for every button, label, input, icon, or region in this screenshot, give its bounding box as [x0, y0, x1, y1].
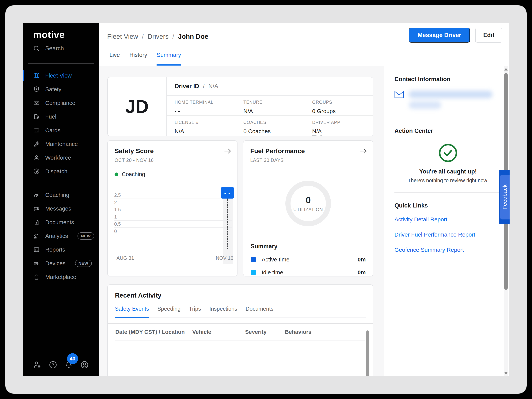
sidebar-divider-top [28, 63, 94, 64]
field-groups: GROUPS 0 Groups [304, 95, 373, 116]
active-time-value: 0m [358, 256, 366, 263]
shield-icon [33, 86, 40, 93]
contact-information-title: Contact Information [394, 76, 502, 83]
table-scrollbar-thumb[interactable] [366, 330, 369, 376]
help-icon [49, 361, 57, 369]
main-area: Fleet View / Drivers / John Doe Message … [99, 23, 509, 376]
caught-up-title: You're all caught up! [394, 168, 502, 175]
field-driver-app: DRIVER APP N/A [304, 116, 373, 136]
tab-live[interactable]: Live [109, 52, 120, 66]
y-tick: 1.5 [114, 207, 121, 212]
active-time-swatch [251, 257, 256, 262]
breadcrumb-drivers[interactable]: Drivers [148, 33, 169, 40]
sidebar-item-label: Marketplace [45, 274, 76, 280]
tab-safety-events[interactable]: Safety Events [115, 306, 149, 318]
tab-trips[interactable]: Trips [189, 306, 201, 317]
message-driver-button[interactable]: Message Driver [409, 28, 470, 43]
sidebar-search[interactable]: Search [23, 42, 99, 55]
app-window: motive Search Fleet View Safety Complian… [5, 5, 527, 394]
utilization-value: 0 [306, 195, 311, 205]
action-center-title: Action Center [394, 127, 502, 134]
sidebar-item-marketplace[interactable]: Marketplace [23, 270, 99, 284]
scroll-down-arrow[interactable] [504, 372, 508, 375]
dispatch-icon [33, 168, 40, 175]
sidebar-item-compliance[interactable]: Compliance [23, 96, 99, 110]
sidebar-item-label: Cards [45, 127, 60, 133]
messages-icon [33, 205, 40, 212]
sidebar-item-devices[interactable]: Devices NEW [23, 256, 99, 270]
field-home-terminal: HOME TERMINAL - - [167, 95, 235, 116]
devices-icon [33, 260, 40, 267]
driver-id-card: JD Driver ID / N/A HOME TERMINAL - - TEN… [107, 77, 373, 136]
panel-divider [394, 192, 502, 193]
notification-count-badge[interactable]: 40 [67, 353, 78, 364]
help-button[interactable] [49, 361, 57, 369]
column-behaviors: Behaviors [285, 329, 311, 335]
sidebar-item-fleet-view[interactable]: Fleet View [23, 69, 99, 82]
driver-avatar: JD [108, 77, 167, 136]
safety-score-title: Safety Score [114, 147, 154, 155]
sidebar-item-workforce[interactable]: Workforce [23, 151, 99, 165]
motive-logo: motive [33, 29, 65, 40]
tab-history[interactable]: History [129, 52, 147, 66]
tab-documents[interactable]: Documents [246, 306, 274, 317]
sidebar-item-documents[interactable]: Documents [23, 215, 99, 229]
sidebar-item-coaching[interactable]: Coaching [23, 188, 99, 202]
edit-button[interactable]: Edit [475, 28, 502, 43]
sidebar-item-label: Documents [45, 219, 74, 226]
sidebar-item-label: Maintenance [45, 141, 78, 147]
sidebar-item-label: Fuel [45, 114, 56, 120]
link-activity-detail-report[interactable]: Activity Detail Report [394, 216, 502, 223]
idle-time-swatch [251, 270, 256, 275]
fuel-performance-title: Fuel Performance [250, 147, 305, 155]
arrow-right-icon[interactable] [360, 148, 367, 154]
map-icon [33, 72, 40, 79]
sidebar-divider-middle [28, 183, 94, 183]
sidebar-item-reports[interactable]: Reports [23, 243, 99, 256]
sidebar-item-label: Devices [45, 260, 66, 266]
arrow-right-icon[interactable] [224, 148, 231, 154]
new-badge: NEW [77, 232, 94, 240]
safety-score-card: Safety Score OCT 20 - NOV 16 Coaching 2.… [107, 140, 238, 276]
sidebar-item-safety[interactable]: Safety [23, 82, 99, 96]
recent-activity-title: Recent Activity [115, 292, 161, 299]
logbook-icon [33, 100, 40, 106]
tab-inspections[interactable]: Inspections [209, 306, 237, 317]
reports-icon [33, 246, 40, 253]
y-tick: 0.5 [114, 221, 121, 227]
driver-id-value: N/A [209, 83, 218, 90]
admin-settings-button[interactable] [33, 361, 42, 369]
tab-speeding[interactable]: Speeding [157, 306, 181, 317]
wrench-icon [33, 141, 40, 147]
caught-up-subtitle: There's nothing to review right now. [394, 178, 502, 184]
sidebar-item-label: Reports [45, 247, 65, 253]
sidebar-item-analytics[interactable]: Analytics NEW [23, 229, 99, 243]
account-button[interactable] [80, 361, 89, 369]
link-driver-fuel-performance-report[interactable]: Driver Fuel Performance Report [394, 231, 502, 238]
notifications-button[interactable]: 40 [64, 361, 73, 369]
analytics-icon [33, 233, 40, 239]
sidebar-item-messages[interactable]: Messages [23, 202, 99, 215]
sidebar-item-label: Workforce [45, 154, 71, 161]
feedback-tab[interactable]: Feedback [499, 170, 510, 224]
sidebar-item-fuel[interactable]: Fuel [23, 110, 99, 124]
chart-cursor-line [228, 199, 228, 249]
new-badge: NEW [75, 260, 92, 267]
breadcrumb-fleet-view[interactable]: Fleet View [107, 33, 138, 40]
link-geofence-summary-report[interactable]: Geofence Summary Report [394, 247, 502, 253]
fuel-summary: Summary Active time 0m Idle time 0m [251, 243, 366, 276]
sidebar-item-dispatch[interactable]: Dispatch [23, 165, 99, 178]
redacted-email-link[interactable] [409, 91, 493, 109]
sidebar-item-cards[interactable]: Cards [23, 124, 99, 137]
sidebar-secondary-nav: Coaching Messages Documents Analytics NE… [23, 188, 99, 284]
search-icon [33, 45, 40, 52]
safety-legend: Coaching [114, 171, 145, 177]
tab-summary[interactable]: Summary [157, 52, 181, 66]
y-tick: 2 [114, 200, 117, 205]
sidebar-item-maintenance[interactable]: Maintenance [23, 137, 99, 151]
sidebar-item-label: Messages [45, 205, 71, 212]
chart-tooltip: - - [221, 187, 234, 199]
scroll-up-arrow[interactable] [504, 68, 508, 70]
active-time-label: Active time [262, 256, 290, 263]
user-gear-icon [33, 361, 42, 369]
